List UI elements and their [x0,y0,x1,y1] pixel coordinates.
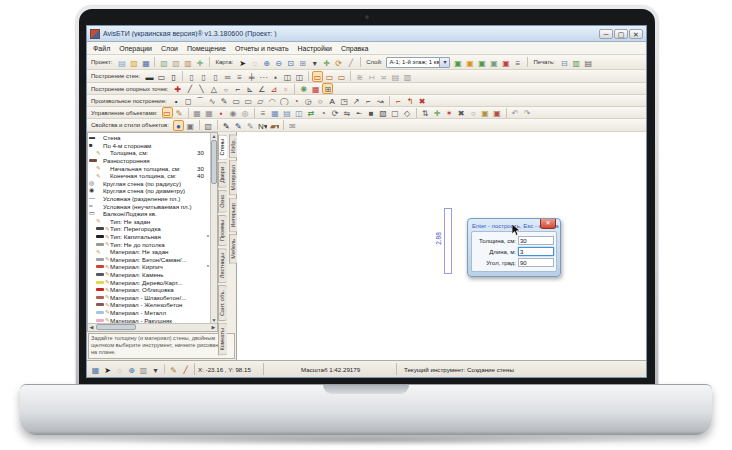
tree-item[interactable]: ✎Материал - Металл [89,309,209,317]
object-mark-icon[interactable]: ▪ [216,107,227,118]
layer-up-icon[interactable]: ▣ [464,57,475,68]
save-project-icon[interactable]: ▦ [140,57,151,68]
menu-item-3[interactable]: Помещение [187,45,226,52]
draw-pencil-icon[interactable]: ✎ [219,95,230,106]
clear-icon[interactable]: ○ [468,107,479,118]
wall-outline3-icon[interactable]: ▯ [210,71,221,82]
wall-dots-icon[interactable]: ⋯ [258,71,269,82]
point-rect-icon[interactable]: ⊿ [268,83,279,94]
menu-item-6[interactable]: Справка [341,45,368,52]
print-icon[interactable]: ▤ [583,57,594,68]
maximize-button[interactable]: ▢ [614,29,628,39]
fill-icon[interactable]: ■ [366,107,377,118]
point-triangle-icon[interactable]: △ [208,83,219,94]
tree-item[interactable]: ◎Круглая стена (по радиусу) [89,180,209,188]
zoom-in-icon[interactable]: ⊕ [261,57,272,68]
tree-vertical-scrollbar[interactable]: ▲ ▼ [210,133,217,324]
draw-pie-icon[interactable]: ◔ [291,95,302,106]
menu-item-5[interactable]: Настройки [298,45,332,52]
draw-polyline-icon[interactable]: ◻ [183,95,194,106]
draw-arc-icon[interactable]: ◠ [267,95,278,106]
comment-icon[interactable]: ✉ [287,120,298,131]
point-arc-icon[interactable]: ⌔ [220,83,231,94]
quick-save-icon[interactable]: ▦ [90,364,101,375]
sidebar-tab-3[interactable]: Проемы [218,215,227,246]
tree-item[interactable]: ✎Конечная толщина, см:40 [89,172,209,180]
tree-item[interactable]: Разносторонняя [89,157,209,165]
tree-item[interactable]: ✎Материал - Железобетон [89,301,209,309]
new-project-icon[interactable]: ▤ [116,57,127,68]
sidebar-tab-4[interactable]: Лестницы [218,248,227,283]
draw-rect2-icon[interactable]: ▭ [243,95,254,106]
draw-plan-icon[interactable]: ◳ [339,95,350,106]
page-setup-icon[interactable]: ⊟ [559,57,570,68]
wall-door-icon[interactable]: ▯ [168,71,179,82]
draw-rect-icon[interactable]: ▭ [231,95,242,106]
tree-item[interactable]: ✎Начальная толщина, см:30 [89,164,209,172]
tree-item[interactable]: ✎Тип: Не до потолка [89,240,209,248]
sidebar-tab-5[interactable]: Сант. объ. [218,285,227,321]
tree-item[interactable]: ✎Материал - Шлакобетон/... [89,293,209,301]
tree-item[interactable]: ✎Материал: Дерево/Карт... [89,278,209,286]
wall-mode3-icon[interactable]: ≍ [378,71,389,82]
pencil-tool-icon[interactable]: ✎ [168,364,179,375]
menu-item-1[interactable]: Операции [119,45,152,52]
dialog-input-0[interactable] [518,236,554,245]
move-project-icon[interactable]: ✛ [194,57,205,68]
wall-segment[interactable] [444,208,452,274]
object-show-icon[interactable]: ◉ [228,107,239,118]
wall-mode2-icon[interactable]: ∺ [366,71,377,82]
tree-item[interactable]: ▭Балкон/Лоджия кв. [89,210,209,218]
delete-object-icon[interactable]: ✖ [456,107,467,118]
wall-thin-icon[interactable]: ▪ [270,71,281,82]
wall-column2-icon[interactable]: ◫ [294,71,305,82]
refresh-view-icon[interactable]: ◌ [249,57,260,68]
point-line-icon[interactable]: ╱ [184,83,195,94]
cursor-tool-icon[interactable]: ➤ [237,57,248,68]
menu-item-4[interactable]: Отчеты и печать [235,45,289,52]
layer-merge-icon[interactable]: ▣ [488,57,499,68]
tree-item[interactable]: ✎Материал - Ракушняк [89,316,209,323]
mirror-icon[interactable]: ⇋ [342,107,353,118]
opacity-icon[interactable]: ▢ [390,107,401,118]
tree-item[interactable]: ✎Материал: Бетон/Саман/... [89,256,209,264]
dialog-input-1[interactable] [518,247,554,256]
draw-curve-icon[interactable]: ⌒ [195,95,206,106]
tree-item[interactable]: ✎Тип: Перегородка [89,225,209,233]
hatch-icon[interactable]: ▧ [378,107,389,118]
draw-leader-icon[interactable]: ↝ [375,95,386,106]
fill-color-icon[interactable]: ● [173,120,184,131]
snap-move-icon[interactable]: ⇄ [306,107,317,118]
zoom-object-icon[interactable]: ◔ [318,107,329,118]
edit-corner-icon[interactable]: ⌐ [393,95,404,106]
pen-grey-icon[interactable]: ✎ [245,120,256,131]
brush-dropdown-icon[interactable]: ▰▾ [269,120,280,131]
tree-item[interactable]: ✎Тип: Не задан [89,218,209,226]
layer-list-icon[interactable]: ≡ [512,57,523,68]
tree-item[interactable]: ▬Стена [89,134,209,142]
wall-mode4-icon[interactable]: ▤ [390,71,401,82]
wall-column1-icon[interactable]: ◫ [282,71,293,82]
zoom-tool-icon[interactable]: ⊕ [126,364,137,375]
view-3d-icon[interactable]: ▦ [192,107,203,118]
draw-text-icon[interactable]: A [327,95,338,106]
point-perpendicular-icon[interactable]: ⊾ [244,83,255,94]
point-corner-icon[interactable]: ⌐ [232,83,243,94]
draw-spline-icon[interactable]: ∿ [207,95,218,106]
redo-icon[interactable]: ↷ [522,107,533,118]
wall-double-icon[interactable]: ═ [222,71,233,82]
grid-dropdown-icon[interactable]: ▾ [309,57,320,68]
pen-blue-icon[interactable]: ✎ [233,120,244,131]
export-project-icon[interactable]: ▧ [158,57,169,68]
group-icon[interactable]: ▦ [270,107,281,118]
tree-item[interactable]: ┅Условная (неучитываемая пл.) [89,202,209,210]
layer-delete-icon[interactable]: ▣ [500,57,511,68]
layer-add-icon[interactable]: ▣ [452,57,463,68]
ruler-icon[interactable]: ╱ [345,57,356,68]
sidebar-tab-0[interactable]: Стены [218,134,227,160]
order-icon[interactable]: ◫ [294,107,305,118]
copy-object-icon[interactable]: ▣ [480,107,491,118]
select-object-icon[interactable]: ▭ [162,107,173,118]
wall-outline2-icon[interactable]: ▯ [198,71,209,82]
tree-item[interactable]: ✎Материал: Облицовка [89,286,209,294]
